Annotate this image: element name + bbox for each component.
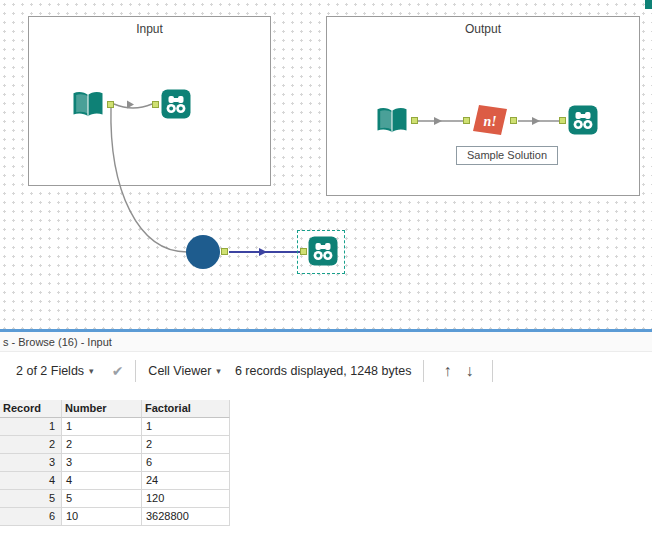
number-cell[interactable]: 3 [62, 454, 142, 472]
table-body: 1112223364424551206103628800 [0, 418, 230, 526]
binoculars-icon [161, 89, 191, 119]
input-data-tool-output[interactable] [375, 106, 409, 140]
alteryx-window: Input Output [0, 0, 652, 536]
column-header-factorial[interactable]: Factorial [142, 400, 230, 418]
container-output-label: Output [327, 22, 639, 36]
browse-tool-input[interactable] [161, 89, 191, 123]
results-toolbar: 2 of 2 Fields ▾ ✔ Cell Viewer ▾ 6 record… [0, 352, 652, 390]
n-factorial-text: n! [483, 114, 496, 129]
table-row[interactable]: 55120 [0, 490, 230, 508]
record-cell[interactable]: 2 [0, 436, 62, 454]
browse-tool-selected[interactable] [308, 236, 338, 270]
table-row[interactable]: 6103628800 [0, 508, 230, 526]
macro-circle-tool[interactable] [186, 235, 220, 269]
input-anchor[interactable] [152, 101, 159, 108]
cell-viewer-selector[interactable]: Cell Viewer ▾ [148, 364, 221, 378]
data-grid: Record Number Factorial 1112223364424551… [0, 400, 230, 526]
results-panel: s - Browse (16) - Input 2 of 2 Fields ▾ … [0, 332, 652, 536]
record-cell[interactable]: 3 [0, 454, 62, 472]
browse-tool-output[interactable] [568, 105, 598, 139]
down-arrow-button[interactable]: ↓ [465, 362, 473, 380]
toolbar-separator [423, 360, 424, 382]
results-panel-title: s - Browse (16) - Input [0, 332, 652, 352]
chevron-down-icon: ▾ [216, 366, 221, 376]
cutoff-tool-fragment [645, 0, 652, 9]
binoculars-icon [568, 105, 598, 135]
apply-check-icon[interactable]: ✔ [112, 363, 124, 379]
input-anchor[interactable] [463, 117, 470, 124]
container-input-label: Input [29, 22, 270, 36]
input-anchor[interactable] [300, 248, 307, 255]
input-anchor[interactable] [559, 117, 566, 124]
input-data-tool[interactable] [71, 90, 105, 124]
table-row[interactable]: 4424 [0, 472, 230, 490]
workflow-canvas[interactable]: Input Output [0, 0, 652, 329]
number-cell[interactable]: 4 [62, 472, 142, 490]
book-icon [375, 106, 409, 136]
fields-selector-label: 2 of 2 Fields [16, 364, 84, 378]
factorial-cell[interactable]: 3628800 [142, 508, 230, 526]
output-anchor[interactable] [221, 248, 228, 255]
up-arrow-button[interactable]: ↑ [443, 362, 451, 380]
table-row[interactable]: 222 [0, 436, 230, 454]
factorial-cell[interactable]: 2 [142, 436, 230, 454]
number-cell[interactable]: 10 [62, 508, 142, 526]
record-cell[interactable]: 1 [0, 418, 62, 436]
book-icon [71, 90, 105, 120]
column-header-record[interactable]: Record [0, 400, 62, 418]
factorial-cell[interactable]: 1 [142, 418, 230, 436]
n-factorial-icon: n! [471, 103, 509, 137]
output-anchor[interactable] [411, 117, 418, 124]
fields-selector[interactable]: 2 of 2 Fields ▾ [16, 364, 94, 378]
factorial-cell[interactable]: 120 [142, 490, 230, 508]
toolbar-separator [135, 360, 136, 382]
toolbar-separator [492, 360, 493, 382]
factorial-cell[interactable]: 24 [142, 472, 230, 490]
table-header-row: Record Number Factorial [0, 400, 230, 418]
table-row[interactable]: 111 [0, 418, 230, 436]
number-cell[interactable]: 1 [62, 418, 142, 436]
factorial-cell[interactable]: 6 [142, 454, 230, 472]
column-header-number[interactable]: Number [62, 400, 142, 418]
tool-container-input[interactable]: Input [28, 16, 271, 186]
binoculars-icon [308, 236, 338, 266]
record-cell[interactable]: 6 [0, 508, 62, 526]
output-anchor[interactable] [107, 101, 114, 108]
table-row[interactable]: 336 [0, 454, 230, 472]
chevron-down-icon: ▾ [89, 366, 94, 376]
records-info: 6 records displayed, 1248 bytes [235, 364, 412, 378]
record-cell[interactable]: 5 [0, 490, 62, 508]
record-cell[interactable]: 4 [0, 472, 62, 490]
number-cell[interactable]: 5 [62, 490, 142, 508]
number-cell[interactable]: 2 [62, 436, 142, 454]
factorial-macro-tool[interactable]: n! [471, 103, 509, 141]
output-anchor[interactable] [510, 117, 517, 124]
sample-solution-label: Sample Solution [456, 146, 558, 165]
cell-viewer-label: Cell Viewer [148, 364, 211, 378]
